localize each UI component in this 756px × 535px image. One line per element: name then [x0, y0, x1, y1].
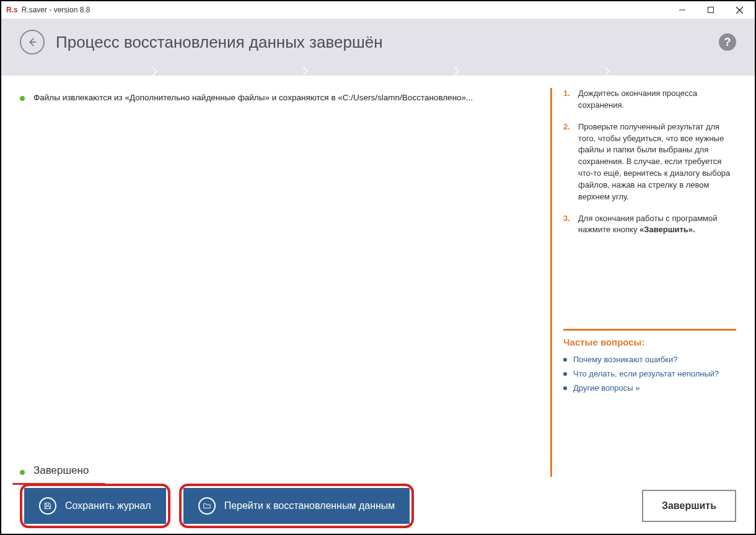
save-log-button[interactable]: Сохранить журнал: [24, 488, 166, 524]
log-pane: Файлы извлекаются из «Дополнительно найд…: [20, 88, 550, 477]
bullet-icon: [563, 372, 567, 376]
minimize-button[interactable]: [668, 1, 697, 19]
faq-section: Частые вопросы: Почему возникают ошибки?…: [563, 329, 736, 393]
page-title: Процесс восстановления данных завершён: [56, 33, 383, 52]
instruction-number: 2.: [563, 121, 572, 203]
button-label: Сохранить журнал: [65, 500, 151, 511]
finish-button[interactable]: Завершить: [642, 490, 736, 522]
bullet-icon: [563, 358, 567, 362]
faq-link-errors[interactable]: Почему возникают ошибки?: [573, 355, 678, 364]
faq-item: Почему возникают ошибки?: [563, 355, 736, 364]
completed-text: Завершено: [33, 464, 89, 477]
instruction-number: 1.: [563, 88, 572, 111]
bullet-icon: [563, 386, 567, 390]
maximize-button[interactable]: [697, 1, 725, 19]
step-5: [604, 67, 755, 76]
instruction-text: Проверьте полученный результат для того,…: [578, 121, 736, 203]
back-button[interactable]: [20, 30, 45, 54]
window-title: R.saver - version 8.8: [22, 6, 90, 14]
faq-heading: Частые вопросы:: [563, 337, 736, 347]
folder-icon: [198, 497, 216, 515]
save-icon: [39, 497, 56, 515]
step-3: [302, 67, 453, 76]
highlight-box: Сохранить журнал: [20, 484, 170, 528]
instruction-item: 3. Для окончания работы с программой наж…: [563, 213, 736, 237]
question-icon: ?: [724, 36, 731, 49]
faq-item: Другие вопросы »: [563, 383, 736, 393]
content-area: Файлы извлекаются из «Дополнительно найд…: [1, 76, 755, 477]
header: Процесс восстановления данных завершён ?: [1, 19, 755, 67]
instruction-item: 1. Дождитесь окончания процесса сохранен…: [563, 88, 736, 111]
instruction-text: Для окончания работы с программой нажмит…: [578, 213, 736, 237]
step-2: [152, 67, 302, 76]
goto-recovered-button[interactable]: Перейти к восстановленным данным: [183, 488, 410, 524]
faq-link-incomplete[interactable]: Что делать, если результат неполный?: [573, 369, 719, 378]
completed-status: Завершено: [20, 464, 538, 477]
faq-link-other[interactable]: Другие вопросы »: [573, 383, 640, 393]
app-icon: R.s: [6, 6, 18, 14]
titlebar: R.s R.saver - version 8.8: [1, 1, 755, 19]
status-dot-icon: [20, 96, 25, 101]
faq-item: Что делать, если результат неполный?: [563, 369, 736, 378]
progress-steps: [1, 67, 755, 76]
instruction-item: 2. Проверьте полученный результат для то…: [563, 121, 736, 203]
status-dot-icon: [20, 470, 25, 475]
step-4: [454, 67, 604, 76]
button-label: Перейти к восстановленным данным: [224, 500, 395, 511]
app-window: R.s R.saver - version 8.8 Процесс восста…: [0, 0, 756, 535]
help-button[interactable]: ?: [719, 33, 736, 51]
log-entry: Файлы извлекаются из «Дополнительно найд…: [20, 93, 538, 102]
instruction-text: Дождитесь окончания процесса сохранения.: [578, 88, 736, 111]
instruction-number: 3.: [563, 213, 572, 237]
log-text: Файлы извлекаются из «Дополнительно найд…: [33, 93, 473, 102]
sidebar-instructions: 1. Дождитесь окончания процесса сохранен…: [550, 88, 736, 477]
footer: Сохранить журнал Перейти к восстановленн…: [1, 478, 755, 534]
highlight-box: Перейти к восстановленным данным: [179, 484, 415, 528]
step-1: [1, 67, 152, 76]
close-button[interactable]: [725, 1, 754, 19]
svg-rect-1: [708, 7, 714, 13]
